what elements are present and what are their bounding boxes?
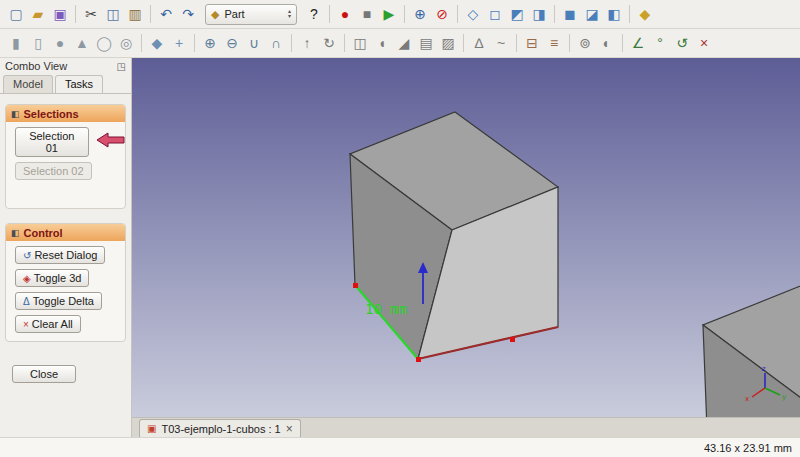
toolbar-separator bbox=[404, 5, 405, 23]
fillet-icon[interactable]: ◖ bbox=[371, 32, 393, 54]
view-front-icon[interactable]: ◻ bbox=[484, 3, 506, 25]
view-rear-icon[interactable]: ◼ bbox=[559, 3, 581, 25]
vertex-marker[interactable] bbox=[510, 337, 515, 342]
selection-01-row: Selection 01 bbox=[6, 122, 125, 157]
clear-all-button[interactable]: ×Clear All bbox=[15, 315, 81, 333]
toolbar-part-tools-group: ▮▯●▲◯◎◆+⊕⊖∪∩↑↻◫◖◢▤▨∆~⊟≡⊚◐∠°↺× bbox=[5, 32, 715, 54]
part-primitives-icon[interactable]: ◆ bbox=[146, 32, 168, 54]
vertex-marker[interactable] bbox=[353, 283, 358, 288]
loft-icon[interactable]: ∆ bbox=[468, 32, 490, 54]
cut-icon[interactable]: ✂ bbox=[80, 3, 102, 25]
measure-clear-icon[interactable]: × bbox=[693, 32, 715, 54]
boolean-operation-icon[interactable]: ⊕ bbox=[199, 32, 221, 54]
redo-icon[interactable]: ↷ bbox=[177, 3, 199, 25]
section-icon[interactable]: ⊟ bbox=[521, 32, 543, 54]
document-tab-label: T03-ejemplo-1-cubos : 1 bbox=[161, 423, 280, 435]
toolbar-separator bbox=[569, 34, 570, 52]
ruled-surface-icon[interactable]: ▨ bbox=[437, 32, 459, 54]
part-box-icon[interactable]: ▮ bbox=[5, 32, 27, 54]
selections-section: ◧ Selections Selection 01 Selection 02 bbox=[5, 104, 126, 209]
toggle-3d-icon: ◈ bbox=[23, 273, 31, 284]
make-face-icon[interactable]: ▤ bbox=[415, 32, 437, 54]
toolbar-standard: ▢▰▣✂◫▥↶↷ ◆ Part ▴ ▾ ?●■▶⊕⊘◇◻◩◨◼◪◧◆ bbox=[0, 0, 800, 29]
boolean-union-icon[interactable]: ∪ bbox=[243, 32, 265, 54]
axis-z-label: z bbox=[762, 365, 766, 373]
offset-3d-icon[interactable]: ⊚ bbox=[574, 32, 596, 54]
boolean-cut-icon[interactable]: ⊖ bbox=[221, 32, 243, 54]
measure-angular-icon[interactable]: ° bbox=[649, 32, 671, 54]
new-file-icon[interactable]: ▢ bbox=[5, 3, 27, 25]
toolbar-separator bbox=[194, 34, 195, 52]
extrude-icon[interactable]: ↑ bbox=[296, 32, 318, 54]
copy-icon[interactable]: ◫ bbox=[102, 3, 124, 25]
axis-y-label: y bbox=[782, 393, 786, 401]
tab-model[interactable]: Model bbox=[3, 75, 53, 93]
zoom-fit-all-icon[interactable]: ⊕ bbox=[409, 3, 431, 25]
save-file-icon[interactable]: ▣ bbox=[49, 3, 71, 25]
revolve-icon[interactable]: ↻ bbox=[318, 32, 340, 54]
mirror-icon[interactable]: ◫ bbox=[349, 32, 371, 54]
toolbar-separator bbox=[554, 5, 555, 23]
document-tab-bar: ▣ T03-ejemplo-1-cubos : 1 × bbox=[132, 417, 800, 437]
section-header-icon: ◧ bbox=[11, 109, 20, 119]
part-cylinder-icon[interactable]: ▯ bbox=[27, 32, 49, 54]
panel-float-icon[interactable]: ◳ bbox=[117, 61, 126, 72]
part-tube-icon[interactable]: ◎ bbox=[115, 32, 137, 54]
sweep-icon[interactable]: ~ bbox=[490, 32, 512, 54]
macro-stop-icon[interactable]: ■ bbox=[356, 3, 378, 25]
shape-builder-icon[interactable]: + bbox=[168, 32, 190, 54]
reset-dialog-icon: ↺ bbox=[23, 250, 31, 261]
macro-execute-icon[interactable]: ▶ bbox=[378, 3, 400, 25]
cube-main[interactable]: 10 mm bbox=[350, 112, 558, 362]
toolbar-separator bbox=[329, 5, 330, 23]
macro-record-icon[interactable]: ● bbox=[334, 3, 356, 25]
vertex-marker[interactable] bbox=[416, 357, 421, 362]
view-left-icon[interactable]: ◧ bbox=[603, 3, 625, 25]
tab-close-icon[interactable]: × bbox=[286, 423, 293, 435]
texture-appearance-icon[interactable]: ◆ bbox=[634, 3, 656, 25]
selection-01-button[interactable]: Selection 01 bbox=[15, 127, 89, 157]
view-right-icon[interactable]: ◨ bbox=[528, 3, 550, 25]
toolbar-separator bbox=[516, 34, 517, 52]
toggle-delta-icon: Δ bbox=[23, 296, 30, 307]
combo-view-panel: Combo View ◳ Model Tasks ◧ Selections Se… bbox=[0, 58, 132, 437]
document-tab[interactable]: ▣ T03-ejemplo-1-cubos : 1 × bbox=[139, 419, 301, 437]
combo-spinner-icon[interactable]: ▴ ▾ bbox=[288, 9, 291, 19]
status-bar: 43.16 x 23.91 mm bbox=[0, 437, 800, 457]
toggle-delta-button[interactable]: ΔToggle Delta bbox=[15, 292, 102, 310]
whats-this-icon[interactable]: ? bbox=[303, 3, 325, 25]
thickness-icon[interactable]: ◐ bbox=[596, 32, 618, 54]
viewport-3d[interactable]: 10 mm z x y bbox=[132, 58, 800, 417]
workbench-selector[interactable]: ◆ Part ▴ ▾ bbox=[205, 4, 297, 25]
reset-dialog-button[interactable]: ↺Reset Dialog bbox=[15, 246, 105, 264]
part-torus-icon[interactable]: ◯ bbox=[93, 32, 115, 54]
toggle-3d-button[interactable]: ◈Toggle 3d bbox=[15, 269, 89, 287]
cross-sections-icon[interactable]: ≡ bbox=[543, 32, 565, 54]
selections-header-label: Selections bbox=[24, 108, 79, 120]
workbench-icon: ◆ bbox=[211, 8, 219, 21]
measure-linear-icon[interactable]: ∠ bbox=[627, 32, 649, 54]
combo-view-tabs: Model Tasks bbox=[0, 73, 131, 94]
open-file-icon[interactable]: ▰ bbox=[27, 3, 49, 25]
part-cone-icon[interactable]: ▲ bbox=[71, 32, 93, 54]
annotation-arrow bbox=[95, 131, 125, 149]
tab-tasks[interactable]: Tasks bbox=[55, 75, 103, 93]
boolean-intersection-icon[interactable]: ∩ bbox=[265, 32, 287, 54]
chamfer-icon[interactable]: ◢ bbox=[393, 32, 415, 54]
control-header-label: Control bbox=[24, 227, 63, 239]
paste-icon[interactable]: ▥ bbox=[124, 3, 146, 25]
part-sphere-icon[interactable]: ● bbox=[49, 32, 71, 54]
control-section: ◧ Control ↺Reset Dialog ◈Toggle 3d ΔTogg… bbox=[5, 223, 126, 342]
toolbar-separator bbox=[291, 34, 292, 52]
measure-refresh-icon[interactable]: ↺ bbox=[671, 32, 693, 54]
close-button[interactable]: Close bbox=[12, 365, 76, 383]
view-bottom-icon[interactable]: ◪ bbox=[581, 3, 603, 25]
toolbar-file-edit-group: ▢▰▣✂◫▥↶↷ bbox=[5, 3, 199, 25]
undo-icon[interactable]: ↶ bbox=[155, 3, 177, 25]
draw-style-icon[interactable]: ⊘ bbox=[431, 3, 453, 25]
view-top-icon[interactable]: ◩ bbox=[506, 3, 528, 25]
dimension-label: 10 mm bbox=[365, 301, 407, 317]
toolbar-separator bbox=[629, 5, 630, 23]
view-isometric-icon[interactable]: ◇ bbox=[462, 3, 484, 25]
selection-02-button[interactable]: Selection 02 bbox=[15, 162, 92, 180]
